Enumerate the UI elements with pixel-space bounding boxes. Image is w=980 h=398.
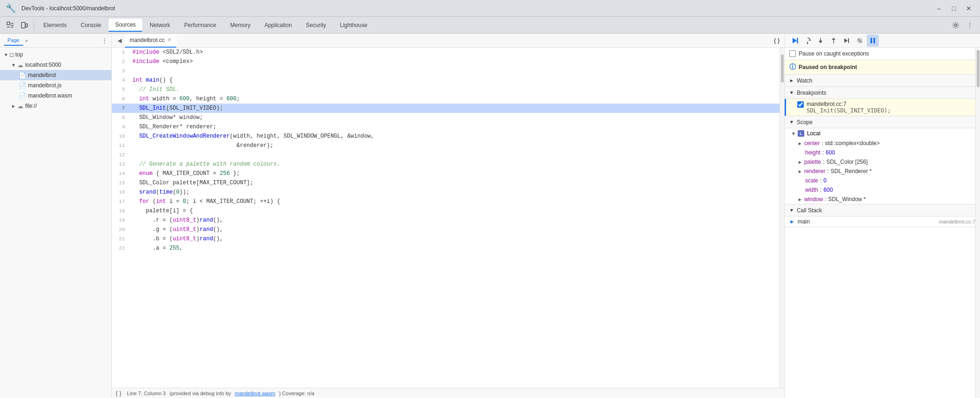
local-icon: L	[798, 130, 804, 137]
scope-val-height: 600	[826, 149, 835, 156]
info-icon: ⓘ	[789, 63, 796, 71]
panel-more-button[interactable]: ⋮	[101, 37, 108, 44]
code-line-1: 1 #include <SDL2/SDL.h>	[112, 48, 784, 57]
back-button[interactable]: ◀	[114, 35, 125, 46]
breakpoints-section-header[interactable]: ▼ Breakpoints	[785, 87, 980, 99]
step-into-button[interactable]	[814, 35, 827, 47]
tree-item-mandelbrot[interactable]: 📄 mandelbrot	[0, 70, 111, 80]
code-line-8: 8 SDL_Window* window;	[112, 113, 784, 122]
step-button[interactable]	[841, 35, 853, 47]
svg-rect-22	[874, 38, 876, 43]
deactivate-breakpoints-button[interactable]	[854, 35, 866, 47]
debugger-content: Pause on caught exceptions ⓘ Paused on b…	[785, 48, 980, 398]
tab-memory[interactable]: Memory	[224, 19, 257, 31]
breakpoint-banner-text: Paused on breakpoint	[799, 64, 857, 70]
tree-label-mandelbrot-wasm: mandelbrot.wasm	[28, 92, 72, 99]
tree-item-localhost[interactable]: ▼ ☁ localhost:5000	[0, 60, 111, 70]
svg-rect-6	[26, 24, 28, 27]
tree-label-mandelbrot-js: mandelbrot.js	[28, 82, 62, 89]
svg-point-12	[807, 42, 808, 44]
svg-point-7	[955, 24, 957, 26]
step-over-button[interactable]	[801, 35, 814, 47]
local-expand: ▼	[791, 131, 796, 136]
breakpoint-checkbox[interactable]	[797, 101, 804, 108]
status-line-col: Line 7, Column 3	[127, 391, 166, 396]
minimize-button[interactable]: –	[933, 3, 945, 14]
scope-key-width: width	[805, 187, 818, 193]
device-toolbar-button[interactable]	[18, 19, 31, 32]
close-tab-button[interactable]: ✕	[167, 37, 172, 43]
callstack-fn: main	[798, 218, 810, 225]
tab-performance[interactable]: Performance	[178, 19, 223, 31]
callstack-body: ► main mandelbrot.cc:7	[785, 216, 980, 227]
pause-on-exceptions-button[interactable]	[867, 35, 879, 47]
callstack-section-header[interactable]: ▼ Call Stack	[785, 204, 980, 216]
scope-row-renderer: ► renderer : SDL_Renderer *	[785, 167, 980, 176]
svg-rect-5	[21, 22, 25, 28]
code-line-14: 14 enum { MAX_ITER_COUNT = 256 };	[112, 169, 784, 178]
status-link[interactable]: mandelbrot.wasm	[235, 391, 276, 396]
center-expand[interactable]: ►	[798, 141, 802, 146]
tab-bar: Elements Console Sources Network Perform…	[0, 17, 980, 34]
pause-exceptions-checkbox[interactable]	[789, 50, 796, 57]
code-line-6: 6 int width = 600, height = 600;	[112, 94, 784, 104]
code-scrollbar[interactable]	[780, 48, 784, 388]
window-title: DevTools - localhost:5000/mandelbrot	[21, 5, 115, 12]
tree-item-mandelbrot-js[interactable]: 📄 mandelbrot.js	[0, 80, 111, 91]
scope-row-window: ► window : SDL_Window *	[785, 195, 980, 204]
scope-arrow: ▼	[789, 119, 794, 125]
settings-button[interactable]	[949, 19, 962, 32]
tree-item-file[interactable]: ► ☁ file://	[0, 101, 111, 111]
resume-button[interactable]	[788, 35, 801, 47]
status-bar: { } Line 7, Column 3 (provided via debug…	[112, 388, 784, 398]
code-tab-mandelbrot-cc[interactable]: mandelbrot.cc ✕	[125, 34, 176, 48]
tab-application[interactable]: Application	[258, 19, 298, 31]
code-container: 1 #include <SDL2/SDL.h> 2 #include <comp…	[112, 48, 784, 253]
window-expand[interactable]: ►	[798, 197, 802, 202]
renderer-expand[interactable]: ►	[798, 169, 802, 174]
format-button[interactable]: { }	[116, 390, 121, 397]
more-options-button[interactable]: ⋮	[963, 19, 976, 32]
breakpoints-body: mandelbrot.cc:7 SDL_Init(SDL_INIT_VIDEO)…	[785, 99, 980, 116]
close-button[interactable]: ✕	[963, 3, 974, 14]
tree-arrow-localhost: ▼	[11, 63, 16, 68]
maximize-button[interactable]: □	[948, 3, 959, 14]
tab-security[interactable]: Security	[299, 19, 332, 31]
pretty-print-button[interactable]: { }	[771, 35, 782, 46]
code-line-7: 7 SDL_Init(SDL_INIT_VIDEO);	[112, 104, 784, 113]
tree-item-top[interactable]: ▼ □ top	[0, 49, 111, 60]
step-out-button[interactable]	[828, 35, 840, 47]
file-icon-mandelbrot: 📄	[19, 72, 26, 79]
local-header[interactable]: ▼ L Local	[785, 128, 980, 139]
tab-elements[interactable]: Elements	[37, 19, 73, 31]
scope-row-scale: scale : 0	[785, 176, 980, 185]
breakpoint-item-1: mandelbrot.cc:7 SDL_Init(SDL_INIT_VIDEO)…	[785, 99, 980, 116]
watch-section-header[interactable]: ► Watch	[785, 75, 980, 87]
code-scrollbar-thumb[interactable]	[781, 55, 784, 83]
right-panel-scrollbar-thumb[interactable]	[977, 50, 980, 87]
callstack-item-main[interactable]: ► main mandelbrot.cc:7	[785, 216, 980, 227]
breakpoint-info: mandelbrot.cc:7 SDL_Init(SDL_INIT_VIDEO)…	[807, 101, 891, 114]
scope-val-scale: 0	[823, 177, 827, 184]
palette-expand[interactable]: ►	[798, 160, 802, 165]
tree-item-mandelbrot-wasm[interactable]: 📄 mandelbrot.wasm	[0, 91, 111, 101]
code-area[interactable]: 1 #include <SDL2/SDL.h> 2 #include <comp…	[112, 48, 784, 388]
scope-row-height: height : 600	[785, 148, 980, 157]
page-tab[interactable]: Page	[4, 35, 23, 46]
tab-console[interactable]: Console	[74, 19, 108, 31]
cloud-icon-file: ☁	[17, 103, 23, 110]
tab-network[interactable]: Network	[143, 19, 177, 31]
scope-key-height: height	[805, 149, 821, 156]
scope-section-header[interactable]: ▼ Scope	[785, 116, 980, 128]
tab-separator	[34, 21, 34, 30]
panel-tab-chevron[interactable]: »	[25, 38, 28, 43]
tab-lighthouse[interactable]: Lighthouse	[333, 19, 374, 31]
code-line-4: 4 int main() {	[112, 76, 784, 85]
code-line-16: 16 srand(time(0));	[112, 188, 784, 197]
scope-val-renderer: SDL_Renderer *	[831, 168, 872, 175]
right-panel: Pause on caught exceptions ⓘ Paused on b…	[784, 34, 980, 398]
inspect-element-button[interactable]	[4, 19, 17, 32]
right-panel-scrollbar[interactable]	[975, 48, 980, 398]
svg-marker-15	[832, 38, 835, 40]
tab-sources[interactable]: Sources	[109, 19, 142, 32]
